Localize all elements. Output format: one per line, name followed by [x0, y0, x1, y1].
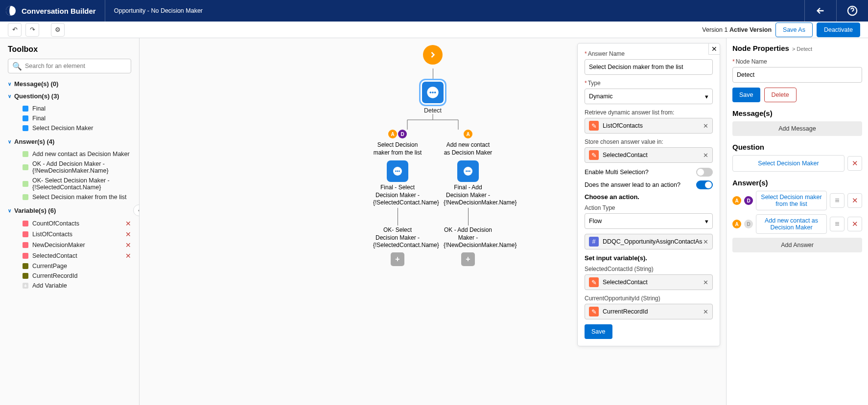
drag-handle[interactable]: ≡	[830, 217, 845, 231]
variable-item[interactable]: CurrentRecordId	[8, 271, 131, 281]
remove-icon[interactable]: ✕	[703, 279, 708, 286]
final-node-left[interactable]	[387, 160, 408, 182]
collapse-sidebar-button[interactable]: ‹	[133, 204, 140, 216]
answer-badge: A	[732, 220, 741, 228]
var1-pill[interactable]: ✎SelectedContact✕	[585, 274, 713, 290]
answer-name-input[interactable]	[585, 59, 713, 75]
search-input[interactable]	[25, 63, 127, 69]
remove-answer-button[interactable]: ✕	[847, 193, 862, 208]
variable-item[interactable]: NewDecisionMaker✕	[8, 240, 131, 250]
toolbox-title: Toolbox	[8, 45, 131, 54]
ok-right[interactable]: OK - Add Decision Maker - {!NewDecisionM…	[444, 226, 493, 249]
store-pill[interactable]: ✎SelectedContact✕	[585, 147, 713, 163]
final-node-right[interactable]	[457, 160, 479, 182]
add-node-button[interactable]: +	[391, 252, 404, 266]
svg-point-3	[429, 91, 431, 93]
chevron-down-icon: ▾	[705, 93, 708, 100]
flow-pill[interactable]: #DDQC_OpportunityAssignContactAs✕	[585, 234, 713, 249]
variable-icon: ✎	[589, 121, 599, 131]
redo-button[interactable]: ↷	[25, 23, 39, 37]
add-answer-button[interactable]: Add Answer	[732, 238, 862, 252]
answers-title: Answer(s)	[732, 179, 862, 187]
search-icon: 🔍	[12, 62, 22, 71]
save-as-button[interactable]: Save As	[775, 22, 813, 37]
action-type-select[interactable]: Flow▾	[585, 213, 713, 229]
multi-toggle[interactable]	[696, 168, 713, 177]
header: Conversation Builder Opportunity - No De…	[0, 0, 868, 22]
remove-icon[interactable]: ✕	[703, 308, 708, 315]
ok-left[interactable]: OK- Select Decision Maker - {!SelectedCo…	[373, 226, 422, 249]
svg-point-12	[468, 171, 469, 172]
answer-badge: A	[464, 130, 472, 138]
svg-point-13	[469, 171, 470, 172]
remove-icon[interactable]: ✕	[703, 238, 708, 246]
question-item[interactable]: Final	[8, 113, 131, 123]
branch-left-answer[interactable]: Select Decision maker from the list	[373, 141, 422, 157]
start-node[interactable]	[423, 45, 443, 65]
node-name-input[interactable]	[732, 67, 862, 83]
drag-handle[interactable]: ≡	[830, 193, 845, 208]
svg-point-7	[395, 171, 397, 172]
type-select[interactable]: Dynamic▾	[585, 89, 713, 104]
delete-icon[interactable]: ✕	[125, 220, 131, 227]
properties-panel: Node Properties> Detect *Node Name Save …	[726, 38, 868, 405]
variable-item[interactable]: ListOfContacts✕	[8, 229, 131, 240]
detect-node[interactable]	[421, 80, 445, 105]
add-message-button[interactable]: Add Message	[732, 121, 862, 136]
var2-pill[interactable]: ✎CurrentRecordId✕	[585, 304, 713, 319]
svg-point-11	[466, 171, 467, 172]
variables-section[interactable]: ∨Variable(s) (6)	[8, 207, 131, 214]
variable-item[interactable]: SelectedContact✕	[8, 250, 131, 261]
delete-icon[interactable]: ✕	[125, 252, 131, 260]
remove-icon[interactable]: ✕	[703, 122, 708, 130]
svg-point-8	[397, 171, 399, 172]
deactivate-button[interactable]: Deactivate	[817, 22, 860, 37]
lead-label: Does the answer lead to an action?	[585, 181, 680, 188]
questions-section[interactable]: ∨Question(s) (3)	[8, 92, 131, 100]
answer-name-label: Answer Name	[588, 50, 625, 57]
answer-link-1[interactable]: Select Decision maker from the list	[756, 191, 827, 210]
delete-icon[interactable]: ✕	[125, 241, 131, 249]
messages-title: Message(s)	[732, 109, 862, 117]
toolbox-search[interactable]: 🔍	[8, 59, 131, 73]
add-variable[interactable]: +Add Variable	[8, 281, 131, 291]
question-item[interactable]: Select Decision Maker	[8, 123, 131, 133]
version-label: Version 1	[702, 26, 729, 33]
settings-button[interactable]: ⚙	[51, 23, 65, 37]
remove-question-button[interactable]: ✕	[847, 156, 862, 171]
delete-icon[interactable]: ✕	[125, 230, 131, 238]
variable-item[interactable]: CountOfContacts✕	[8, 218, 131, 229]
messages-section[interactable]: ∨Message(s) (0)	[8, 80, 131, 88]
answer-item[interactable]: Add new contact as Decision Maker	[8, 149, 131, 159]
variable-icon: ✎	[589, 307, 599, 316]
add-node-button[interactable]: +	[461, 252, 475, 266]
delete-node-button[interactable]: Delete	[764, 88, 797, 102]
back-button[interactable]	[804, 0, 836, 22]
flow-canvas[interactable]: Detect AD Select Decision maker from the…	[140, 38, 726, 405]
answer-item[interactable]: Select Decision maker from the list	[8, 192, 131, 202]
help-button[interactable]	[836, 0, 868, 22]
save-answer-button[interactable]: Save	[585, 324, 612, 339]
final-right-label: Final - Add Decision Maker - {!NewDecisi…	[444, 184, 493, 207]
store-label: Store chosen answer value in:	[585, 138, 713, 145]
retrieve-pill[interactable]: ✎ListOfContacts✕	[585, 118, 713, 134]
undo-button[interactable]: ↶	[8, 23, 22, 37]
retrieve-label: Retrieve dynamic answer list from:	[585, 109, 713, 116]
question-item[interactable]: Final	[8, 104, 131, 113]
svg-point-9	[399, 171, 400, 172]
answer-editor-panel: ✕ *Answer Name *Type Dynamic▾ Retrieve d…	[577, 43, 720, 346]
remove-icon[interactable]: ✕	[703, 152, 708, 159]
close-button[interactable]: ✕	[708, 43, 720, 55]
answer-link-2[interactable]: Add new contact as Decision Maker	[756, 214, 827, 234]
remove-answer-button[interactable]: ✕	[847, 217, 862, 231]
answer-item[interactable]: OK - Add Decision Maker - {!NewDecisionM…	[8, 159, 131, 176]
variable-item[interactable]: CurrentPage	[8, 261, 131, 271]
save-node-button[interactable]: Save	[732, 88, 760, 102]
lead-toggle[interactable]	[696, 180, 713, 189]
version-state: Active Version	[729, 26, 772, 33]
answer-item[interactable]: OK- Select Decision Maker - {!SelectedCo…	[8, 176, 131, 192]
toolbox-sidebar: Toolbox 🔍 ∨Message(s) (0) ∨Question(s) (…	[0, 38, 140, 405]
answers-section[interactable]: ∨Answer(s) (4)	[8, 138, 131, 145]
question-link[interactable]: Select Decision Maker	[732, 155, 845, 172]
branch-right-answer[interactable]: Add new contact as Decision Maker	[444, 141, 493, 157]
